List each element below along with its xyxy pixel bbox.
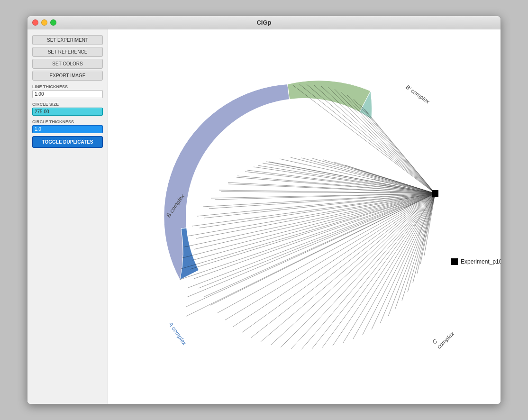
minimize-button[interactable] — [41, 19, 47, 26]
toggle-duplicates-button[interactable]: TOGGLE DUPLICATES — [32, 136, 103, 148]
circle-size-section: CIRCLE SIZE 275.00 — [32, 102, 103, 116]
sidebar: SET EXPERIMENT SET REFERENCE SET COLORS … — [27, 29, 108, 404]
experiment-node-label: Experiment_p10275 — [461, 258, 501, 265]
experiment-node-icon — [451, 258, 458, 265]
app-window: CIGp SET EXPERIMENT SET REFERENCE SET CO… — [27, 16, 501, 404]
titlebar: CIGp — [27, 16, 501, 29]
circle-thickness-section: CIRCLE THICKNESS 1.0 — [32, 119, 103, 133]
window-content: SET EXPERIMENT SET REFERENCE SET COLORS … — [27, 29, 501, 404]
chord-diagram: B complex B' complex C complex A complex… — [153, 65, 456, 368]
line-thickness-value: 1.00 — [32, 90, 103, 98]
line-thickness-label: LINE THICKNESS — [32, 84, 103, 89]
circle-thickness-value: 1.0 — [32, 125, 103, 133]
maximize-button[interactable] — [50, 19, 56, 26]
line-thickness-section: LINE THICKNESS 1.00 — [32, 84, 103, 98]
main-area: B complex B' complex C complex A complex… — [108, 29, 501, 404]
circle-size-label: CIRCLE SIZE — [32, 102, 103, 107]
inner-circle — [186, 98, 423, 335]
close-button[interactable] — [32, 19, 38, 26]
window-title: CIGp — [256, 19, 271, 26]
experiment-label-container: Experiment_p10275 — [451, 258, 501, 265]
circle-size-value: 275.00 — [32, 108, 103, 116]
experiment-node — [432, 190, 438, 197]
set-experiment-button[interactable]: SET EXPERIMENT — [32, 35, 103, 45]
set-colors-button[interactable]: SET COLORS — [32, 59, 103, 69]
chord-svg — [153, 65, 456, 368]
set-reference-button[interactable]: SET REFERENCE — [32, 47, 103, 57]
export-image-button[interactable]: EXPORT IMAGE — [32, 71, 103, 81]
circle-thickness-label: CIRCLE THICKNESS — [32, 119, 103, 124]
window-buttons — [32, 19, 56, 26]
